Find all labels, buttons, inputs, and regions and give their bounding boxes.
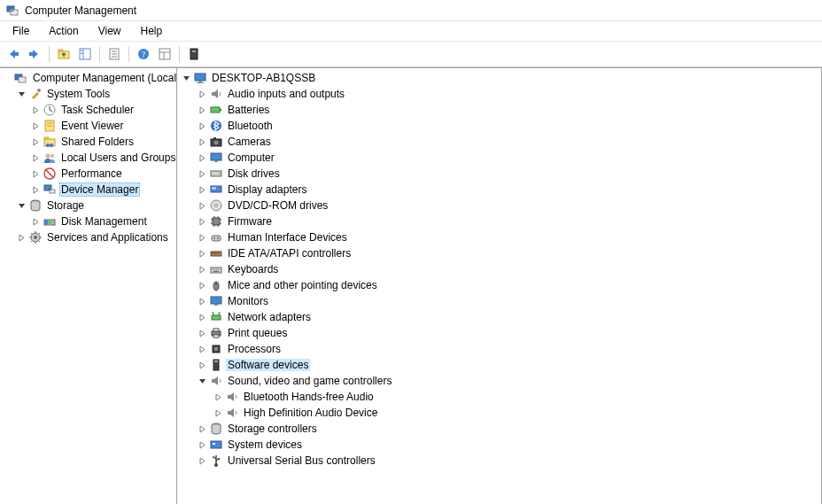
device-tree-node[interactable]: Display adapters <box>177 182 821 198</box>
device-button[interactable] <box>184 44 204 64</box>
collapse-icon[interactable] <box>181 73 191 83</box>
tree-label: Mice and other pointing devices <box>226 279 379 291</box>
device-tree-node[interactable]: Disk drives <box>177 166 821 182</box>
expand-icon[interactable] <box>30 105 41 115</box>
left-tree-node[interactable]: System Tools <box>0 86 176 102</box>
collapse-icon[interactable] <box>197 376 207 386</box>
left-tree-node[interactable]: Local Users and Groups <box>0 150 176 166</box>
svg-rect-6 <box>81 50 82 51</box>
expand-icon[interactable] <box>197 168 207 179</box>
right-tree-pane[interactable]: DESKTOP-AB1QSSBAudio inputs and outputsB… <box>177 68 822 504</box>
left-tree-node[interactable]: Performance <box>0 166 176 182</box>
menu-help[interactable]: Help <box>132 23 172 39</box>
expand-icon[interactable] <box>197 105 207 115</box>
menu-view[interactable]: View <box>89 23 130 39</box>
properties-button[interactable] <box>105 44 124 64</box>
menu-file[interactable]: File <box>4 23 38 39</box>
expand-icon[interactable] <box>197 152 207 163</box>
expand-icon[interactable] <box>30 216 41 227</box>
refresh-button[interactable] <box>155 44 174 64</box>
device-tree-node[interactable]: Human Interface Devices <box>177 229 821 245</box>
device-tree-node[interactable]: System devices <box>177 437 821 453</box>
expand-icon[interactable] <box>197 248 207 259</box>
left-tree-node[interactable]: Device Manager <box>0 182 176 198</box>
device-tree-node[interactable]: Storage controllers <box>177 421 821 437</box>
left-tree-node[interactable]: Computer Management (Local) <box>0 70 176 86</box>
left-tree-node[interactable]: Services and Applications <box>0 229 176 245</box>
svg-rect-51 <box>211 153 221 160</box>
tree-label: Computer Management (Local) <box>31 72 177 84</box>
help-button[interactable]: ? <box>134 44 153 64</box>
expand-icon[interactable] <box>197 136 207 147</box>
device-tree-node[interactable]: Universal Serial Bus controllers <box>177 453 821 469</box>
left-tree-node[interactable]: Disk Management <box>0 213 176 229</box>
expand-icon[interactable] <box>197 120 207 131</box>
svg-point-27 <box>46 143 50 147</box>
expand-icon[interactable] <box>30 184 41 195</box>
up-button[interactable] <box>54 44 74 64</box>
expand-icon[interactable] <box>30 136 41 147</box>
expand-icon[interactable] <box>197 232 207 243</box>
expand-icon[interactable] <box>197 216 207 227</box>
device-tree-node[interactable]: Keyboards <box>177 261 821 277</box>
left-tree-node[interactable]: Task Scheduler <box>0 102 176 118</box>
expand-icon[interactable] <box>30 152 41 163</box>
device-tree-node[interactable]: Network adapters <box>177 309 821 325</box>
left-tree-node[interactable]: Shared Folders <box>0 134 176 150</box>
device-tree-node[interactable]: Processors <box>177 341 821 357</box>
svg-rect-2 <box>12 11 13 12</box>
svg-rect-66 <box>217 252 219 253</box>
collapse-icon[interactable] <box>16 200 27 211</box>
svg-point-90 <box>213 456 214 458</box>
expand-icon[interactable] <box>213 392 223 402</box>
device-tree-node[interactable]: Audio inputs and outputs <box>177 86 821 102</box>
device-tree-node[interactable]: Bluetooth <box>177 118 821 134</box>
device-tree-node[interactable]: Bluetooth Hands-free Audio <box>177 389 821 405</box>
expand-icon[interactable] <box>197 184 207 195</box>
device-tree-node[interactable]: DESKTOP-AB1QSSB <box>177 70 821 86</box>
device-tree-node[interactable]: Computer <box>177 150 821 166</box>
back-button[interactable] <box>4 44 23 64</box>
tree-label: DESKTOP-AB1QSSB <box>210 72 317 84</box>
expand-icon[interactable] <box>30 120 41 131</box>
svg-rect-39 <box>48 220 51 225</box>
left-tree-pane[interactable]: Computer Management (Local)System ToolsT… <box>0 68 177 504</box>
expand-icon[interactable] <box>213 407 223 418</box>
show-hide-tree-button[interactable] <box>75 44 95 64</box>
device-tree-node[interactable]: Print queues <box>177 325 821 341</box>
forward-button[interactable] <box>25 44 44 64</box>
expand-icon[interactable] <box>30 168 41 179</box>
expand-icon[interactable] <box>197 264 207 275</box>
expand-icon[interactable] <box>197 455 207 466</box>
device-tree-node[interactable]: DVD/CD-ROM drives <box>177 198 821 213</box>
expand-icon[interactable] <box>197 439 207 450</box>
expand-icon[interactable] <box>197 296 207 306</box>
device-tree-node[interactable]: Monitors <box>177 293 821 309</box>
chip-icon <box>209 214 223 229</box>
device-tree-node[interactable]: Cameras <box>177 134 821 150</box>
expand-icon[interactable] <box>197 200 207 211</box>
device-tree-node[interactable]: High Definition Audio Device <box>177 405 821 421</box>
toolbar: ? <box>0 42 822 67</box>
expand-icon[interactable] <box>197 360 207 370</box>
device-tree-node[interactable]: Firmware <box>177 213 821 229</box>
monitor-icon <box>209 294 223 308</box>
toolbar-separator <box>179 46 180 62</box>
device-tree-node[interactable]: IDE ATA/ATAPI controllers <box>177 245 821 261</box>
expand-icon[interactable] <box>197 423 207 434</box>
menu-action[interactable]: Action <box>40 23 87 39</box>
left-tree-node[interactable]: Event Viewer <box>0 118 176 134</box>
expand-icon[interactable] <box>197 344 207 354</box>
expand-icon[interactable] <box>197 280 207 291</box>
expand-icon[interactable] <box>197 89 207 99</box>
expand-icon[interactable] <box>197 312 207 322</box>
device-tree-node[interactable]: Mice and other pointing devices <box>177 277 821 293</box>
device-tree-node[interactable]: Software devices <box>177 357 821 373</box>
expand-icon[interactable] <box>197 328 207 338</box>
collapse-icon[interactable] <box>16 89 27 99</box>
left-tree-node[interactable]: Storage <box>0 198 176 213</box>
disk-icon <box>209 167 223 181</box>
device-tree-node[interactable]: Batteries <box>177 102 821 118</box>
expand-icon[interactable] <box>16 232 27 243</box>
device-tree-node[interactable]: Sound, video and game controllers <box>177 373 821 389</box>
